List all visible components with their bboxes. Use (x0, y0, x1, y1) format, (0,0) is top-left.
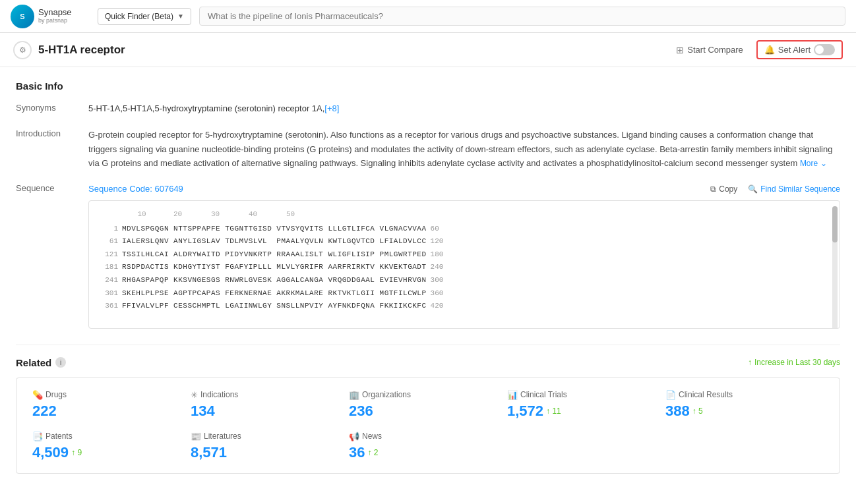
patents-inc: ↑ 9 (71, 448, 82, 457)
patents-icon: 📑 (32, 432, 43, 441)
literatures-label: Literatures (204, 432, 241, 441)
logo-title: Synapse (38, 8, 72, 17)
quick-finder-button[interactable]: Quick Finder (Beta) ▼ (98, 8, 191, 25)
bell-icon: 🔔 (764, 45, 775, 55)
seq-line-181: 181 RSDPDACTIS KDHGYTIYST FGAFYIPLLL MLV… (97, 262, 832, 273)
search-input[interactable] (199, 7, 845, 26)
sequence-row: Sequence Sequence Code: 607649 ⧉ Copy 🔍 … (16, 182, 840, 329)
scrollbar[interactable] (832, 201, 838, 328)
clinical-trials-inc: ↑ 11 (546, 406, 561, 416)
related-empty-4 (507, 432, 665, 461)
copy-button[interactable]: ⧉ Copy (710, 183, 737, 196)
news-inc: ↑ 2 (367, 448, 378, 457)
related-empty-5 (665, 432, 824, 461)
related-item-clinical-trials[interactable]: 📊 Clinical Trials 1,572 ↑ 11 (507, 390, 665, 420)
ruler-50: 50 (272, 209, 309, 221)
related-item-literatures[interactable]: 📰 Literatures 8,571 (191, 432, 349, 461)
drugs-icon: 💊 (32, 390, 43, 400)
introduction-row: Introduction G-protein coupled receptor … (16, 128, 840, 171)
literatures-value: 8,571 (191, 444, 227, 461)
increase-label: ↑ Increase in Last 30 days (748, 358, 840, 367)
set-alert-button[interactable]: 🔔 Set Alert (756, 40, 843, 59)
related-label: Related (16, 357, 51, 368)
related-box: 💊 Drugs 222 ✳ Indications 134 (16, 378, 840, 474)
sequence-label: Sequence (16, 182, 88, 329)
seq-line-121: 121 TSSILHLCAI ALDRYWAITD PIDYVNKRTP RRA… (97, 249, 832, 261)
info-icon[interactable]: i (55, 357, 66, 368)
related-item-drugs[interactable]: 💊 Drugs 222 (32, 390, 191, 420)
logo-area: S Synapse by patsnap (11, 5, 90, 28)
increase-text: Increase in Last 30 days (754, 358, 840, 367)
patents-label: Patents (46, 432, 73, 441)
related-row-1: 💊 Drugs 222 ✳ Indications 134 (32, 390, 824, 420)
related-title: Related i (16, 357, 66, 368)
seq-line-301: 301 SKEHLPLPSE AGPTPCAPAS FERKNERNAE AKR… (97, 288, 832, 300)
organizations-icon: 🏢 (349, 390, 359, 400)
drugs-value: 222 (32, 403, 57, 420)
clinical-trials-value: 1,572 (507, 403, 543, 420)
sequence-code-link[interactable]: Sequence Code: 607649 (88, 182, 183, 196)
clinical-results-icon: 📄 (665, 390, 676, 400)
synonyms-row: Synonyms 5-HT-1A,5-HT1A,5-hydroxytryptam… (16, 102, 840, 116)
related-section: Related i ↑ Increase in Last 30 days 💊 D… (16, 345, 840, 474)
patents-value: 4,509 (32, 444, 69, 461)
organizations-value: 236 (349, 403, 373, 420)
clinical-results-label: Clinical Results (679, 390, 733, 399)
literatures-icon: 📰 (191, 432, 201, 441)
related-item-organizations[interactable]: 🏢 Organizations 236 (349, 390, 507, 420)
synonyms-more-link[interactable]: [+8] (324, 103, 339, 113)
clinical-trials-label: Clinical Trials (520, 390, 567, 399)
app-header: S Synapse by patsnap Quick Finder (Beta)… (0, 0, 856, 33)
clinical-results-inc: ↑ 5 (692, 406, 703, 416)
seq-line-1: 1 MDVLSPGQGN NTTSPPAPFE TGGNTTGISD VTVSY… (97, 223, 832, 235)
ruler-30: 30 (197, 209, 234, 221)
clinical-trials-icon: 📊 (507, 390, 518, 400)
main-content: Basic Info Synonyms 5-HT-1A,5-HT1A,5-hyd… (0, 67, 856, 504)
seq-line-361: 361 FFIVALVLPF CESSCHMPTL LGAIINWLGY SNS… (97, 300, 832, 312)
introduction-value: G-protein coupled receptor for 5-hydroxy… (88, 128, 840, 171)
related-item-patents[interactable]: 📑 Patents 4,509 ↑ 9 (32, 432, 191, 461)
logo-icon: S (11, 5, 34, 28)
introduction-text: G-protein coupled receptor for 5-hydroxy… (88, 130, 832, 169)
start-compare-label: Start Compare (687, 45, 743, 55)
start-compare-button[interactable]: ⊞ Start Compare (676, 45, 743, 55)
news-label: News (362, 432, 382, 441)
basic-info-title: Basic Info (16, 80, 840, 92)
more-link[interactable]: More ⌄ (800, 159, 827, 168)
compare-icon: ⊞ (676, 45, 684, 55)
clinical-results-value: 388 (665, 403, 690, 420)
introduction-label: Introduction (16, 128, 88, 171)
logo-text: Synapse by patsnap (38, 8, 72, 24)
sequence-box[interactable]: 10 20 30 40 50 1 MDVLSPGQGN NTTSPPAPFE T… (88, 200, 840, 329)
news-value: 36 (349, 444, 365, 461)
copy-icon: ⧉ (710, 183, 716, 196)
arrow-up-icon: ↑ (748, 358, 752, 367)
synonyms-label: Synonyms (16, 102, 88, 116)
indications-icon: ✳ (191, 390, 198, 400)
indications-label: Indications (200, 390, 238, 399)
related-item-news[interactable]: 📢 News 36 ↑ 2 (349, 432, 507, 461)
quick-finder-label: Quick Finder (Beta) (105, 12, 173, 21)
sequence-header: Sequence Code: 607649 ⧉ Copy 🔍 Find Simi… (88, 182, 840, 196)
dropdown-arrow-icon: ▼ (177, 13, 184, 20)
related-item-clinical-results[interactable]: 📄 Clinical Results 388 ↑ 5 (665, 390, 824, 420)
news-icon: 📢 (349, 432, 359, 441)
copy-label: Copy (719, 183, 737, 196)
alert-toggle[interactable] (814, 44, 835, 55)
synonyms-value: 5-HT-1A,5-HT1A,5-hydroxytryptamine (sero… (88, 102, 840, 116)
target-title: 5-HT1A receptor (38, 43, 125, 57)
organizations-label: Organizations (362, 390, 411, 399)
target-header: ⚙ 5-HT1A receptor ⊞ Start Compare 🔔 Set … (0, 33, 856, 67)
target-icon: ⚙ (13, 41, 32, 59)
seq-line-241: 241 RHGASPAPQP KKSVNGESGS RNWRLGVESK AGG… (97, 275, 832, 287)
indications-value: 134 (191, 403, 215, 420)
find-similar-button[interactable]: 🔍 Find Similar Sequence (748, 183, 840, 196)
set-alert-label: Set Alert (778, 45, 810, 55)
related-item-indications[interactable]: ✳ Indications 134 (191, 390, 349, 420)
find-similar-icon: 🔍 (748, 183, 758, 196)
target-actions: ⊞ Start Compare 🔔 Set Alert (676, 40, 843, 59)
drugs-label: Drugs (46, 390, 67, 399)
related-row-2: 📑 Patents 4,509 ↑ 9 📰 Literatures 8,571 (32, 432, 824, 461)
find-similar-label: Find Similar Sequence (760, 183, 840, 196)
ruler-20: 20 (159, 209, 197, 221)
